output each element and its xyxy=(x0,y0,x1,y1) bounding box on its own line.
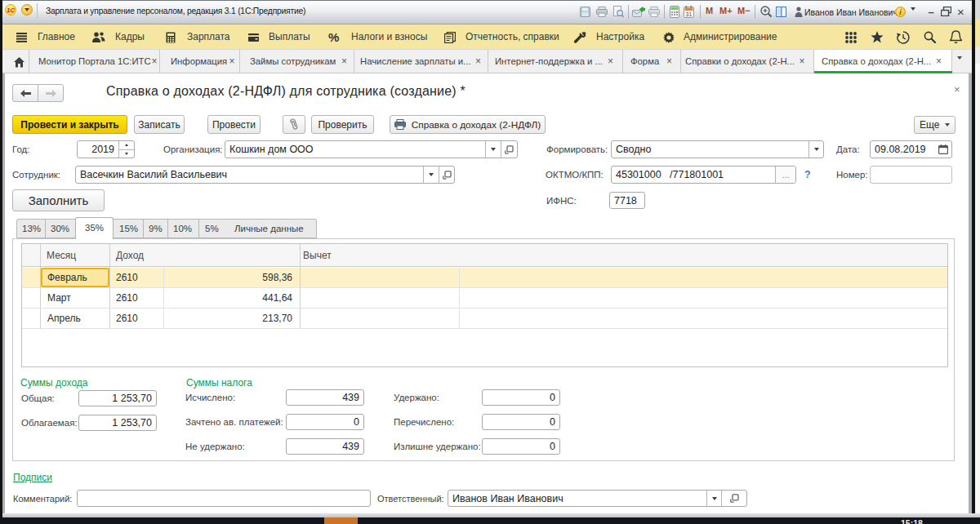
svg-text:31: 31 xyxy=(686,11,693,17)
